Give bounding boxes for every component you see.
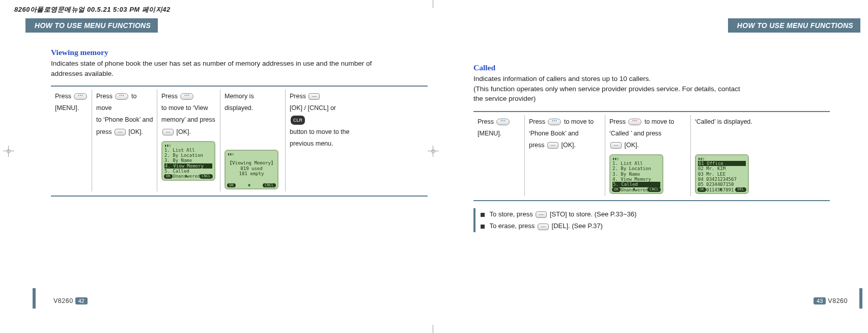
step-col-4: ‘Called’ is displayed. ▮▮▯ 01 Office 02 …	[690, 115, 777, 196]
step-text: to move to	[564, 118, 594, 125]
page-number-badge: 42	[75, 297, 88, 304]
page-number-badge: 43	[814, 297, 826, 304]
step-text: press	[96, 128, 114, 135]
lcd-screen-called-list: ▮▮▯ 01 Office 02 Mr. KIM 03 Mr. LEE 04 0…	[695, 154, 749, 194]
lcd-line: 04 03421234567	[698, 177, 746, 182]
model-label: V8260	[53, 297, 73, 304]
lcd-line: 3. By Name	[612, 172, 660, 177]
steps-row-left: Press [MENU]. Press to move to ‘Phone Bo…	[51, 86, 428, 197]
lcd-softkey-cncl: CNCL	[648, 187, 661, 192]
lcd-softkey-ok: OK	[697, 187, 706, 192]
step-text: [OK].	[562, 142, 576, 149]
left-content: Viewing memory Indicates state of phone …	[51, 48, 428, 197]
step-text: Press	[55, 93, 73, 100]
step-text: ‘Called ’ and press	[609, 130, 661, 137]
lcd-softkey-ok: OK	[227, 183, 236, 188]
step-text: Press	[478, 118, 495, 125]
section-tab-left: HOW TO USE MENU FUNCTIONS	[25, 18, 158, 33]
lcd-line: 1. List All	[612, 161, 660, 166]
section-title-viewing-memory: Viewing memory	[51, 48, 428, 57]
step-text: [OK].	[129, 128, 143, 135]
lcd-screen-phonebook-menu: ▮▮▯ 1. List All 2. By Location 3. By Nam…	[161, 141, 215, 181]
lcd-phone-icon: ☎	[246, 183, 253, 188]
print-meta-header: 8260아폴로영문메뉴얼 00.5.21 5:03 PM 페이지42	[14, 5, 171, 14]
lcd-line-selected: 4. View Memory	[164, 163, 212, 169]
note-text: To erase, press	[489, 222, 537, 230]
soft-key-icon	[610, 142, 622, 149]
steps-row-right: Press [MENU]. Press to move to ‘Phone Bo…	[473, 111, 830, 201]
lcd-phone-icon: ☎	[183, 174, 189, 179]
step-col-3: Press to move to ‘View memory’ and press…	[157, 90, 220, 191]
step-text: previous menu.	[290, 140, 333, 147]
accent-bottom-right	[859, 288, 862, 309]
step-text: [MENU].	[478, 130, 501, 137]
step-text: to ‘Phone Book’ and	[96, 116, 153, 123]
note-line: To store, press [STO] to store. (See P.3…	[481, 208, 865, 220]
lcd-title: 【Viewing Memory】	[228, 160, 275, 165]
note-text: To store, press	[489, 210, 535, 218]
page-number-left: V8260 42	[53, 297, 88, 304]
step-text: to move to	[645, 118, 674, 125]
step-text: Memory is displayed.	[225, 93, 254, 112]
crop-mark-center	[428, 146, 439, 157]
lcd-line: 3. By Name	[164, 158, 212, 163]
step-text: [MENU].	[55, 104, 79, 112]
lcd-screen-phonebook-menu: ▮▮▯ 1. List All 2. By Location 3. By Nam…	[609, 154, 663, 194]
lcd-softkey-cncl: CNCL	[263, 183, 276, 188]
step-text: Press	[161, 93, 179, 100]
step-text: ‘Phone Book’ and	[529, 130, 579, 137]
soft-key-icon	[162, 129, 174, 135]
nav-key-icon	[180, 93, 193, 100]
lcd-line-selected: 01 Office	[698, 161, 746, 166]
step-text: Press	[96, 93, 114, 100]
lcd-screen-viewing-memory: ▮▮▯ 【Viewing Memory】 819 used 181 empty …	[225, 150, 278, 189]
lcd-softkey-ok: OK	[612, 187, 621, 192]
step-text: [OK].	[176, 128, 190, 135]
lcd-line: 1. List All	[164, 148, 212, 153]
step-col-1: Press [MENU].	[51, 90, 92, 191]
lcd-line: 4. View Memory	[612, 177, 660, 182]
crop-mark-left	[3, 146, 14, 157]
note-line: To erase, press [DEL]. (See P.37)	[481, 220, 865, 232]
bullet-icon	[481, 225, 485, 229]
nav-key-icon	[74, 93, 87, 100]
soft-key-icon	[536, 211, 547, 218]
step-text: Press	[290, 93, 307, 100]
lcd-line: 2. By Location	[612, 166, 660, 171]
step-col-1: Press [MENU].	[473, 115, 524, 196]
step-text: Press	[609, 118, 627, 125]
step-col-3: Press to move to ‘Called ’ and press [OK…	[605, 115, 690, 196]
soft-key-icon	[538, 224, 549, 230]
lcd-phone-icon: ☎	[717, 187, 724, 192]
bullet-icon	[481, 213, 485, 217]
lcd-softkey-del: DEL	[735, 187, 746, 192]
step-col-2: Press to move to ‘Phone Book’ and press …	[92, 90, 157, 191]
nav-key-icon	[548, 119, 561, 125]
nav-key-icon	[115, 93, 128, 100]
desc-line: (This function operates only when servic…	[473, 85, 740, 93]
step-text: memory’ and press	[161, 116, 215, 123]
desc-line: Indicates information of callers and sto…	[473, 75, 651, 82]
step-text: press	[529, 142, 546, 149]
clr-key-icon: CLR	[291, 116, 305, 125]
lcd-softkey-cncl: CNCL	[200, 174, 213, 179]
page-right: HOW TO USE MENU FUNCTIONS Called Indicat…	[458, 18, 865, 309]
step-text: Press	[529, 118, 547, 125]
soft-key-icon	[309, 93, 320, 100]
lcd-line: 02 Mr. KIM	[698, 166, 746, 171]
right-content: Called Indicates information of callers …	[473, 63, 865, 232]
section-desc-viewing-memory: Indicates state of phone book the user h…	[51, 59, 377, 78]
section-desc-called: Indicates information of callers and sto…	[473, 74, 759, 104]
section-title-called: Called	[473, 63, 865, 72]
lcd-line: 181 empty	[228, 171, 275, 176]
step-col-5: Press [OK] / [CNCL] or CLR button to mov…	[285, 90, 354, 191]
soft-key-icon	[547, 142, 558, 149]
lcd-line: 2. By Location	[164, 153, 212, 158]
lcd-phone-icon: ☎	[631, 187, 637, 192]
page-number-right: 43 V8260	[814, 297, 848, 304]
page-left: HOW TO USE MENU FUNCTIONS Viewing memory…	[20, 18, 428, 309]
lcd-line: 05 0234407150	[698, 182, 746, 187]
nav-key-icon	[628, 119, 641, 125]
lcd-line: 03 Mr. LEE	[698, 172, 746, 177]
step-text: to move to ‘View	[161, 104, 208, 112]
